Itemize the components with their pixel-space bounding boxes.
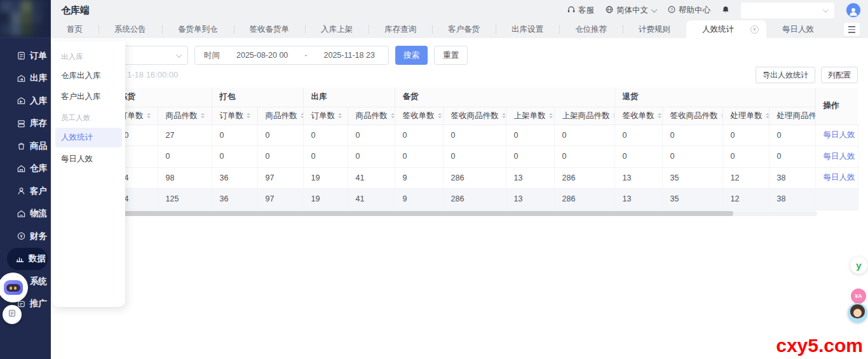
time-range-picker[interactable]: 时间 2025-08-20 00 - 2025-11-18 23 [194, 46, 389, 65]
sort-icon[interactable] [391, 113, 395, 118]
menu-group-title: 员工人效 [52, 107, 125, 126]
menu-item[interactable]: 客户出入库 [52, 86, 125, 107]
sort-icon[interactable] [502, 113, 506, 118]
reset-button[interactable]: 重置 [434, 46, 468, 65]
daily-efficiency-link[interactable]: 每日人效 [824, 173, 855, 182]
search-button[interactable]: 搜索 [395, 46, 428, 65]
end-date-value[interactable]: 2025-11-18 23 [324, 51, 375, 60]
table-cell: 38 [769, 167, 815, 189]
order-icon [17, 51, 26, 60]
tab-label: 人效统计 [702, 24, 734, 35]
table-cell: 0 [395, 125, 443, 146]
table-cell: 97 [257, 189, 303, 210]
tab-库存查询[interactable]: 库存查询 [369, 20, 432, 38]
sort-icon[interactable] [247, 113, 250, 118]
sidebar-item-product[interactable]: 商品 [0, 135, 51, 158]
sort-icon[interactable] [201, 113, 205, 118]
customer-service-link[interactable]: 客服 [567, 5, 594, 16]
sidebar-item-logistics[interactable]: 物流 [0, 203, 51, 226]
sidebar-item-label: 出库 [30, 72, 47, 84]
tab-close-icon[interactable]: × [750, 25, 759, 34]
tab-首页[interactable]: 首页 [51, 20, 98, 38]
user-avatar[interactable] [845, 2, 862, 18]
tab-计费规则[interactable]: 计费规则 [623, 20, 686, 38]
column-header[interactable]: 签收单数 [395, 107, 443, 125]
float-y-button[interactable]: y [850, 257, 867, 274]
tab-仓位推荐[interactable]: 仓位推荐 [559, 20, 623, 38]
robot-icon [4, 280, 23, 295]
column-header[interactable]: 商品件数 [348, 107, 395, 125]
tab-入库上架[interactable]: 入库上架 [305, 20, 369, 38]
column-header[interactable]: 上架商品件数 [554, 107, 614, 125]
tab-签收备货单[interactable]: 签收备货单 [234, 20, 306, 38]
tab-备货单到仓[interactable]: 备货单到仓 [162, 20, 234, 38]
sort-icon[interactable] [301, 113, 304, 118]
group-header: 打包 [212, 88, 303, 107]
app-logo [0, 0, 51, 38]
export-button[interactable]: 导出人效统计 [756, 67, 815, 83]
daily-efficiency-link[interactable]: 每日人效 [824, 152, 855, 161]
sidebar-item-finance[interactable]: 财务 [0, 225, 51, 248]
language-select[interactable]: 简体中文 [605, 5, 656, 16]
column-header[interactable]: 签收商品件数 [443, 107, 506, 125]
table-cell: 19 [303, 189, 348, 210]
translate-float-button[interactable]: ¥A [851, 288, 866, 304]
scrollbar-thumb[interactable] [61, 211, 733, 216]
column-header[interactable]: 订单数 [212, 107, 257, 125]
tab-客户备货[interactable]: 客户备货 [432, 20, 496, 38]
action-cell: 每日人效 [815, 167, 858, 189]
tab-每日人效[interactable]: 每日人效 [766, 20, 830, 38]
assistant-avatar[interactable] [848, 303, 867, 323]
column-header[interactable]: 商品件数 [257, 107, 303, 125]
start-date-value[interactable]: 2025-08-20 00 [236, 51, 288, 60]
tab-出库设置[interactable]: 出库设置 [496, 20, 559, 38]
column-header[interactable]: 签收单数 [614, 107, 662, 125]
menu-item[interactable]: 人效统计 [55, 128, 122, 147]
data-icon [15, 254, 25, 264]
sort-icon[interactable] [147, 113, 151, 118]
group-header: 出库 [303, 88, 395, 107]
tab-系统公告[interactable]: 系统公告 [98, 20, 162, 38]
table-cell: 9 [395, 189, 443, 210]
sidebar-item-customer[interactable]: 客户 [0, 180, 51, 203]
tab-overflow-button[interactable] [844, 23, 860, 36]
column-header[interactable]: 商品件数 [158, 107, 212, 125]
tab-label: 签收备货单 [250, 24, 290, 35]
sort-icon[interactable] [766, 113, 770, 118]
inventory-icon [17, 119, 26, 128]
column-header-label: 订单数 [311, 111, 336, 120]
tab-label: 入库上架 [321, 24, 353, 35]
table-cell: 0 [769, 146, 815, 168]
column-config-button[interactable]: 列配置 [821, 67, 858, 83]
sidebar-item-data[interactable]: 数据 [7, 248, 48, 271]
notes-float-button[interactable] [3, 305, 22, 324]
sidebar-item-order[interactable]: 订单 [0, 44, 51, 67]
notifications-bell[interactable] [721, 5, 730, 16]
daily-efficiency-link[interactable]: 每日人效 [824, 130, 855, 139]
tab-人效统计[interactable]: 人效统计× [686, 20, 766, 38]
sort-icon[interactable] [438, 113, 442, 118]
column-header[interactable]: 处理商品件数 [769, 107, 815, 125]
tab-label: 出库设置 [512, 24, 543, 35]
sidebar-item-outbound[interactable]: 出库 [0, 67, 51, 90]
sort-icon[interactable] [338, 113, 342, 118]
table-toolbar: 导出人效统计 列配置 [756, 67, 858, 83]
sort-icon[interactable] [658, 113, 661, 118]
account-select[interactable] [741, 3, 834, 18]
column-header[interactable]: 处理单数 [722, 107, 769, 125]
help-center-link[interactable]: ? 帮助中心 [667, 5, 710, 16]
action-cell: 每日人效 [815, 146, 858, 168]
table-cell: 0 [212, 146, 257, 168]
sidebar-item-inventory[interactable]: 库存 [0, 112, 51, 135]
sort-icon[interactable] [549, 113, 553, 118]
sidebar-item-inbound[interactable]: 入库 [0, 90, 51, 112]
column-header[interactable]: 签收商品件数 [662, 107, 722, 125]
date-separator: - [304, 51, 307, 60]
table-row: 24983697194192861328613351238每日人效 [61, 167, 858, 189]
column-header[interactable]: 订单数 [303, 107, 348, 125]
table-cell: 0 [614, 125, 662, 146]
column-header[interactable]: 上架单数 [506, 107, 554, 125]
menu-item[interactable]: 每日人效 [52, 149, 125, 170]
menu-item[interactable]: 仓库出入库 [52, 65, 125, 86]
sidebar-item-warehouse[interactable]: 仓库 [0, 158, 51, 180]
